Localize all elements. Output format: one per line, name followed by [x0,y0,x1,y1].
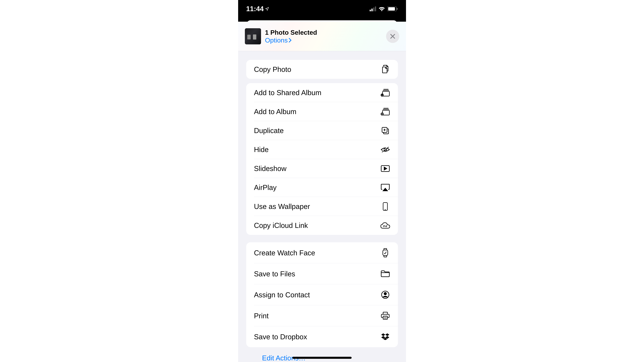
icloud-link-icon [380,221,390,230]
dropbox-icon [380,332,390,342]
wallpaper-button[interactable]: Use as Wallpaper [246,197,398,216]
print-button[interactable]: Print [246,305,398,326]
selection-title: 1 Photo Selected [265,29,386,36]
action-group: Create Watch Face Save to Files [246,242,398,347]
status-time: 11:44 [246,5,269,13]
svg-point-7 [382,94,382,95]
hide-icon [380,145,390,154]
action-label: Copy iCloud Link [254,221,380,230]
copy-photo-button[interactable]: Copy Photo [246,60,398,79]
airplay-icon [380,183,390,192]
folder-icon [380,269,390,279]
action-group: Add to Shared Album Add to Album [246,83,398,235]
battery-icon [388,6,398,11]
status-bar: 11:44 [238,0,406,18]
actions-content: Copy Photo Add to Shared Album [238,60,406,362]
contact-icon [380,290,390,300]
dropbox-button[interactable]: Save to Dropbox [246,326,398,347]
watch-icon [380,248,390,258]
chevron-right-icon [288,38,292,43]
wifi-icon [378,6,385,11]
action-label: Save to Files [254,270,380,278]
wallpaper-icon [380,202,390,211]
hide-button[interactable]: Hide [246,140,398,159]
close-button[interactable] [386,30,399,43]
time-label: 11:44 [246,5,264,13]
assign-contact-button[interactable]: Assign to Contact [246,284,398,305]
action-label: Save to Dropbox [254,333,380,341]
add-album-button[interactable]: Add to Album [246,102,398,121]
action-label: Add to Album [254,107,380,116]
airplay-button[interactable]: AirPlay [246,178,398,197]
close-icon [390,34,395,39]
action-label: Duplicate [254,126,380,135]
options-label: Options [265,36,288,44]
cellular-signal-icon [370,6,376,11]
duplicate-icon [380,126,390,135]
icloud-link-button[interactable]: Copy iCloud Link [246,216,398,235]
watch-face-button[interactable]: Create Watch Face [246,242,398,263]
action-label: Assign to Contact [254,291,380,299]
edit-actions-button[interactable]: Edit Actions… [246,347,398,362]
svg-rect-2 [397,8,398,10]
svg-rect-1 [388,7,395,10]
home-indicator[interactable] [292,357,352,359]
action-label: AirPlay [254,183,380,192]
header-text: 1 Photo Selected Options [265,29,386,44]
sheet-handle-area [238,18,406,22]
phone-screen: 11:44 [238,0,406,362]
status-icons [370,6,398,11]
share-sheet-header: 1 Photo Selected Options [238,22,406,51]
duplicate-button[interactable]: Duplicate [246,121,398,140]
options-button[interactable]: Options [265,36,386,44]
svg-rect-21 [383,202,388,210]
add-album-icon [380,107,390,116]
add-shared-album-button[interactable]: Add to Shared Album [246,83,398,102]
action-label: Create Watch Face [254,249,380,257]
slideshow-icon [380,164,390,173]
action-label: Use as Wallpaper [254,202,380,211]
action-label: Add to Shared Album [254,88,380,97]
location-arrow-icon [265,7,269,11]
copy-docs-icon [380,64,390,74]
action-label: Print [254,312,380,320]
shared-album-icon [380,88,390,97]
action-label: Copy Photo [254,65,380,73]
action-label: Slideshow [254,164,380,173]
print-icon [380,311,390,321]
photo-thumbnail[interactable] [245,28,261,44]
action-group: Copy Photo [246,60,398,79]
slideshow-button[interactable]: Slideshow [246,159,398,178]
save-files-button[interactable]: Save to Files [246,263,398,284]
action-label: Hide [254,145,380,154]
svg-point-26 [384,293,386,295]
svg-rect-23 [383,250,388,256]
svg-rect-27 [383,316,388,319]
